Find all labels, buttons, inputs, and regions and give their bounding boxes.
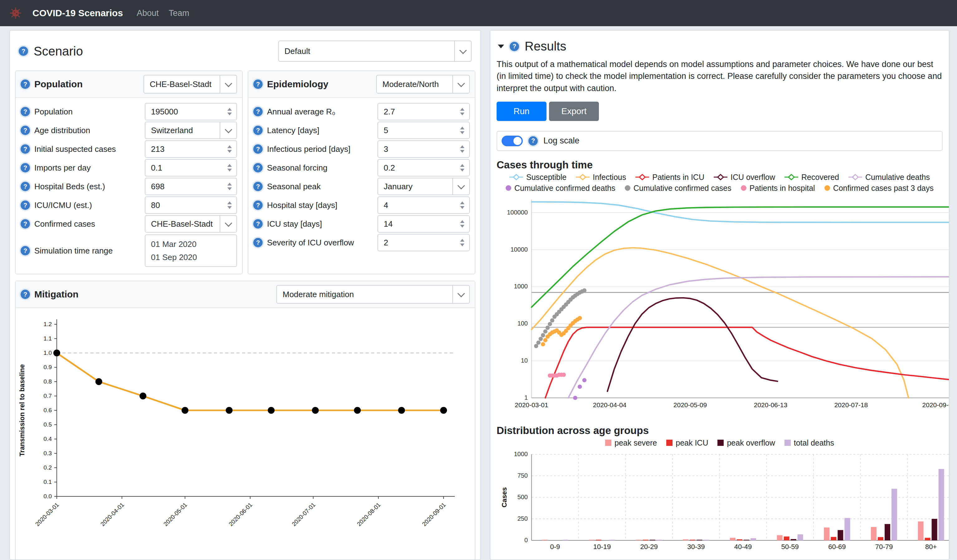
- number-spinner-icon[interactable]: [225, 164, 234, 172]
- spin-up-icon[interactable]: [227, 183, 232, 186]
- help-icon[interactable]: ?: [253, 107, 263, 116]
- scatter-dot-cumulative-confirmed-cases: [543, 329, 548, 334]
- spin-up-icon[interactable]: [460, 220, 464, 223]
- spin-down-icon[interactable]: [460, 131, 464, 134]
- help-icon[interactable]: ?: [21, 219, 30, 229]
- spin-up-icon[interactable]: [460, 145, 464, 148]
- virus-logo-icon: [9, 6, 22, 20]
- simulation-time-range-picker[interactable]: 01 Mar 202001 Sep 2020: [145, 235, 237, 267]
- spin-up-icon[interactable]: [460, 164, 464, 167]
- spin-down-icon[interactable]: [460, 225, 464, 228]
- mitigation-control-dot[interactable]: [354, 407, 361, 414]
- nav-link-team[interactable]: Team: [169, 8, 190, 18]
- mitigation-control-dot[interactable]: [53, 350, 60, 357]
- help-icon[interactable]: ?: [21, 290, 30, 299]
- log-scale-toggle[interactable]: [502, 136, 523, 146]
- annual-average-r-input[interactable]: 2.7: [377, 103, 470, 120]
- icu-stay-days-input[interactable]: 14: [377, 215, 470, 233]
- help-icon[interactable]: ?: [253, 219, 263, 229]
- number-spinner-icon[interactable]: [458, 239, 467, 246]
- initial-suspected-cases-input[interactable]: 213: [145, 140, 237, 158]
- population-input[interactable]: 195000: [145, 103, 237, 120]
- help-icon[interactable]: ?: [21, 126, 30, 135]
- help-icon[interactable]: ?: [253, 182, 263, 191]
- mitigation-control-dot[interactable]: [268, 407, 275, 414]
- spin-up-icon[interactable]: [227, 108, 232, 111]
- mitigation-control-dot[interactable]: [440, 407, 447, 414]
- spin-up-icon[interactable]: [460, 202, 464, 204]
- spin-up-icon[interactable]: [227, 202, 232, 204]
- mitigation-control-dot[interactable]: [95, 378, 102, 385]
- nav-link-about[interactable]: About: [137, 8, 159, 18]
- help-icon[interactable]: ?: [21, 79, 30, 89]
- field-label: ICU stay [days]: [267, 219, 322, 229]
- help-icon[interactable]: ?: [510, 42, 519, 51]
- mitigation-control-dot[interactable]: [398, 407, 405, 414]
- age-distribution-select[interactable]: Switzerland: [145, 121, 237, 139]
- help-icon[interactable]: ?: [253, 79, 263, 89]
- bar-peak-overflow-80: [932, 519, 937, 540]
- epidemiology-preset-select[interactable]: Moderate/North: [376, 75, 470, 93]
- help-icon[interactable]: ?: [253, 144, 263, 154]
- scenario-preset-select[interactable]: Default: [278, 41, 472, 62]
- seasonal-peak-select[interactable]: January: [377, 178, 470, 195]
- help-icon[interactable]: ?: [253, 126, 263, 135]
- number-spinner-icon[interactable]: [458, 164, 467, 172]
- help-icon[interactable]: ?: [21, 200, 30, 210]
- mitigation-chart[interactable]: 0.00.10.20.30.40.50.60.70.80.91.01.11.22…: [16, 308, 477, 546]
- number-spinner-icon[interactable]: [458, 145, 467, 153]
- mitigation-control-dot[interactable]: [139, 393, 146, 399]
- number-spinner-icon[interactable]: [458, 126, 467, 134]
- infectious-period-days-input[interactable]: 3: [377, 140, 470, 158]
- spin-down-icon[interactable]: [227, 169, 232, 172]
- help-icon[interactable]: ?: [253, 163, 263, 172]
- imports-per-day-input[interactable]: 0.1: [145, 159, 237, 177]
- number-spinner-icon[interactable]: [458, 220, 467, 228]
- help-icon[interactable]: ?: [528, 136, 538, 146]
- help-icon[interactable]: ?: [21, 246, 30, 256]
- latency-days-input[interactable]: 5: [377, 121, 470, 139]
- help-icon[interactable]: ?: [21, 144, 30, 154]
- spin-down-icon[interactable]: [227, 112, 232, 115]
- number-spinner-icon[interactable]: [458, 202, 467, 209]
- mitigation-control-dot[interactable]: [226, 407, 233, 414]
- navbar-brand[interactable]: COVID-19 Scenarios: [32, 8, 123, 18]
- hospital-stay-days-input[interactable]: 4: [377, 196, 470, 214]
- help-icon[interactable]: ?: [21, 182, 30, 191]
- export-button[interactable]: Export: [549, 102, 599, 121]
- spin-up-icon[interactable]: [460, 126, 464, 129]
- run-button[interactable]: Run: [497, 102, 546, 121]
- spin-down-icon[interactable]: [460, 243, 464, 246]
- population-preset-select[interactable]: CHE-Basel-Stadt: [144, 75, 237, 93]
- number-spinner-icon[interactable]: [225, 145, 234, 153]
- spin-down-icon[interactable]: [460, 150, 464, 153]
- icu-icmu-est-input[interactable]: 80: [145, 196, 237, 214]
- mitigation-control-dot[interactable]: [182, 407, 188, 414]
- spin-up-icon[interactable]: [460, 108, 464, 111]
- spin-down-icon[interactable]: [460, 169, 464, 172]
- help-icon[interactable]: ?: [253, 238, 263, 247]
- spin-down-icon[interactable]: [460, 112, 464, 115]
- severity-of-icu-overflow-input[interactable]: 2: [377, 234, 470, 251]
- spin-down-icon[interactable]: [227, 150, 232, 153]
- help-icon[interactable]: ?: [19, 46, 28, 56]
- spin-down-icon[interactable]: [227, 206, 232, 209]
- spin-down-icon[interactable]: [227, 188, 232, 190]
- spin-up-icon[interactable]: [227, 145, 232, 148]
- number-spinner-icon[interactable]: [225, 108, 234, 115]
- number-spinner-icon[interactable]: [225, 183, 234, 190]
- help-icon[interactable]: ?: [21, 107, 30, 116]
- help-icon[interactable]: ?: [253, 200, 263, 210]
- confirmed-cases-select[interactable]: CHE-Basel-Stadt: [145, 215, 237, 233]
- seasonal-forcing-input[interactable]: 0.2: [377, 159, 470, 177]
- mitigation-control-dot[interactable]: [312, 407, 319, 414]
- collapse-caret-icon[interactable]: [498, 44, 504, 48]
- spin-up-icon[interactable]: [227, 164, 232, 167]
- hospital-beds-est-input[interactable]: 698: [145, 178, 237, 195]
- mitigation-preset-select[interactable]: Moderate mitigation: [276, 285, 470, 304]
- number-spinner-icon[interactable]: [458, 108, 467, 115]
- number-spinner-icon[interactable]: [225, 202, 234, 209]
- spin-up-icon[interactable]: [460, 239, 464, 241]
- help-icon[interactable]: ?: [21, 163, 30, 172]
- spin-down-icon[interactable]: [460, 206, 464, 209]
